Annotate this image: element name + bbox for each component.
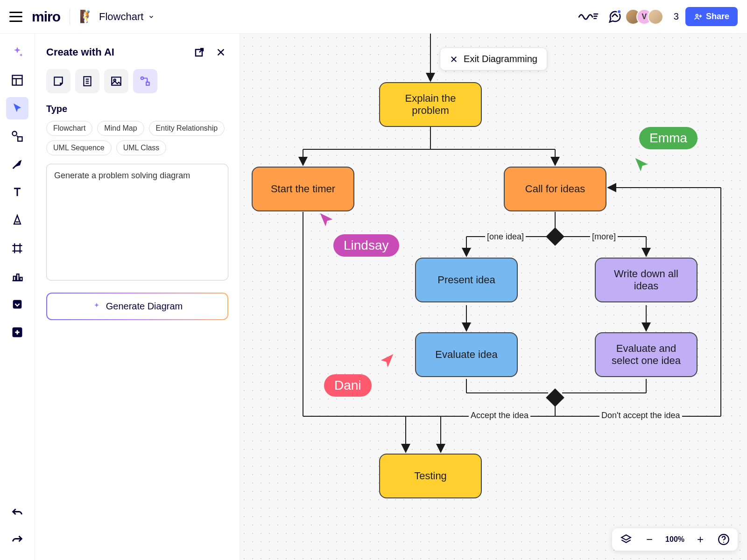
zoom-percent: 100% [665, 535, 684, 544]
collaborator-emma: Emma [639, 127, 698, 149]
shapes-icon[interactable] [6, 125, 28, 147]
presence-count: 3 [674, 11, 679, 22]
svg-rect-5 [18, 137, 22, 141]
menu-icon[interactable] [9, 12, 22, 22]
document-tab[interactable] [75, 69, 99, 93]
select-icon[interactable] [6, 97, 28, 119]
help-icon[interactable] [716, 532, 731, 547]
undo-icon[interactable] [6, 502, 28, 525]
sticky-note-tab[interactable] [46, 69, 70, 93]
arrow-icon[interactable] [6, 153, 28, 175]
node-explain-problem[interactable]: Explain the problem [379, 82, 482, 127]
share-label: Share [706, 12, 729, 21]
image-tab[interactable] [104, 69, 128, 93]
panel-title: Create with AI [46, 46, 114, 58]
close-icon[interactable] [213, 45, 228, 60]
node-write-down-ideas[interactable]: Write down all ideas [595, 258, 698, 302]
svg-marker-58 [621, 535, 631, 540]
cursor-dani [378, 351, 396, 371]
board-emoji: 🧗 [79, 9, 94, 24]
decision-diamond[interactable] [546, 227, 564, 246]
zoom-out-icon[interactable]: − [642, 532, 657, 547]
generate-label: Generate Diagram [106, 301, 183, 312]
pen-icon[interactable] [6, 209, 28, 231]
diagram-tab[interactable] [133, 69, 157, 93]
node-call-for-ideas[interactable]: Call for ideas [504, 167, 606, 211]
svg-point-0 [696, 14, 698, 16]
node-evaluate-select[interactable]: Evaluate and select one idea [595, 332, 698, 377]
layers-icon[interactable] [619, 532, 634, 547]
edge-label-dont-accept: Don't accept the idea [599, 411, 682, 420]
svg-rect-15 [17, 274, 19, 280]
exit-label: Exit Diagramming [464, 54, 537, 64]
divider [70, 8, 70, 25]
edge-label-accept: Accept the idea [469, 411, 530, 420]
collaborator-lindsay: Lindsay [333, 234, 399, 257]
svg-rect-28 [112, 77, 121, 85]
chevron-down-icon [148, 14, 155, 20]
collaborator-dani: Dani [324, 374, 372, 397]
svg-point-4 [13, 132, 17, 136]
open-external-icon[interactable] [192, 45, 207, 60]
svg-rect-1 [13, 76, 22, 85]
top-header: miro 🧗 Flowchart V 3 Share [0, 0, 747, 34]
templates-icon[interactable] [6, 69, 28, 91]
svg-rect-31 [146, 82, 149, 85]
notification-dot [617, 9, 621, 14]
svg-point-60 [723, 542, 724, 543]
svg-rect-16 [20, 277, 22, 280]
chip-uml-class[interactable]: UML Class [116, 140, 167, 155]
chip-uml-sequence[interactable]: UML Sequence [46, 140, 112, 155]
content-type-tabs [46, 69, 228, 93]
redo-icon[interactable] [6, 529, 28, 552]
cursor-lindsay [317, 210, 336, 231]
ai-sparkle-icon[interactable] [6, 41, 28, 63]
tool-rail [0, 34, 35, 560]
frame-icon[interactable] [6, 237, 28, 259]
chip-mindmap[interactable]: Mind Map [97, 121, 144, 136]
generate-diagram-button[interactable]: Generate Diagram [46, 293, 228, 320]
zoom-controls: − 100% + [612, 528, 738, 551]
node-evaluate-idea[interactable]: Evaluate idea [415, 332, 518, 377]
add-tool-icon[interactable] [6, 321, 28, 343]
svg-rect-14 [14, 276, 16, 280]
reactions-icon[interactable] [578, 8, 600, 25]
prompt-textarea[interactable] [46, 164, 228, 280]
svg-point-30 [141, 77, 143, 79]
zoom-in-icon[interactable]: + [693, 532, 708, 547]
node-testing[interactable]: Testing [379, 454, 482, 498]
edge-label-more: [more] [590, 232, 618, 242]
chart-icon[interactable] [6, 265, 28, 287]
type-heading: Type [46, 104, 228, 114]
edge-label-one-idea: [one idea] [485, 232, 526, 242]
node-start-timer[interactable]: Start the timer [252, 167, 354, 211]
board-title-dropdown[interactable]: 🧗 Flowchart [79, 9, 155, 24]
text-icon[interactable] [6, 181, 28, 203]
avatar [648, 9, 663, 25]
svg-rect-17 [13, 300, 22, 309]
chip-entity-relationship[interactable]: Entity Relationship [149, 121, 225, 136]
create-with-ai-panel: Create with AI Type Flowchart Mind Map E… [35, 34, 240, 560]
presence-avatars[interactable]: V [630, 9, 663, 25]
node-present-idea[interactable]: Present idea [415, 258, 518, 302]
exit-diagramming-button[interactable]: Exit Diagramming [440, 48, 547, 70]
comments-icon[interactable] [606, 8, 623, 25]
decision-diamond[interactable] [546, 388, 564, 407]
apps-icon[interactable] [6, 293, 28, 315]
cursor-emma [632, 155, 651, 175]
share-button[interactable]: Share [685, 7, 738, 26]
miro-logo: miro [32, 9, 60, 25]
canvas[interactable]: Exit Diagramming [240, 34, 747, 560]
board-title: Flowchart [99, 11, 143, 23]
chip-flowchart[interactable]: Flowchart [46, 121, 92, 136]
